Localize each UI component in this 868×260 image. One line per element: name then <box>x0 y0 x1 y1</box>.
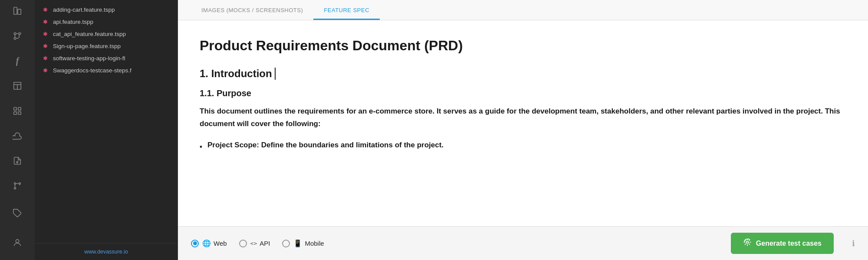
font-icon[interactable]: f <box>9 55 26 68</box>
branch-icon[interactable] <box>9 179 26 192</box>
file-tspp-icon: ✱ <box>42 18 49 26</box>
radio-option-web[interactable]: 🌐 Web <box>191 239 227 247</box>
generate-icon <box>743 238 752 249</box>
svg-text:✱: ✱ <box>43 6 48 13</box>
document-bullet: • Project Scope: Define the boundaries a… <box>200 141 846 151</box>
svg-text:✱: ✱ <box>43 31 48 37</box>
svg-point-2 <box>14 32 16 35</box>
list-item[interactable]: ✱ api.feature.tspp <box>35 16 178 28</box>
list-item[interactable]: ✱ adding-cart.feature.tspp <box>35 3 178 16</box>
grid-icon[interactable] <box>9 104 26 117</box>
generate-button-label: Generate test cases <box>756 240 822 247</box>
svg-point-18 <box>16 240 19 243</box>
svg-rect-10 <box>14 112 16 114</box>
list-item[interactable]: ✱ software-testing-app-login-fl <box>35 52 178 64</box>
profile-icon[interactable] <box>9 234 26 251</box>
tab-feature-spec[interactable]: FEATURE SPEC <box>313 0 380 20</box>
file-name: software-testing-app-login-fl <box>53 55 125 62</box>
svg-text:✱: ✱ <box>43 55 48 62</box>
tab-bar: IMAGES (MOCKS / SCREENSHOTS) FEATURE SPE… <box>178 0 868 20</box>
globe-icon: 🌐 <box>202 239 211 247</box>
file-tspp-icon: ✱ <box>42 42 49 50</box>
document-paragraph: This document outlines the requirements … <box>200 105 846 130</box>
file-name: Swaggerdocs-testcase-steps.f <box>53 67 132 74</box>
svg-text:✱: ✱ <box>43 19 48 25</box>
mobile-icon: 📱 <box>293 239 302 247</box>
file-tspp-icon: ✱ <box>42 30 49 38</box>
list-item[interactable]: ✱ Swaggerdocs-testcase-steps.f <box>35 64 178 76</box>
file-tspp-icon: ✱ <box>42 54 49 62</box>
file-name: adding-cart.feature.tspp <box>53 6 115 13</box>
file-tspp-icon: ✱ <box>42 6 49 13</box>
code-icon: <> <box>250 240 257 247</box>
list-item[interactable]: ✱ Sign-up-page.feature.tspp <box>35 40 178 52</box>
svg-rect-9 <box>18 107 21 110</box>
package-icon[interactable] <box>9 205 26 222</box>
radio-option-api[interactable]: <> API <box>239 240 270 247</box>
file-tspp-icon: ✱ <box>42 66 49 74</box>
source-control-icon[interactable] <box>9 29 26 42</box>
radio-circle-mobile <box>282 240 290 247</box>
svg-rect-8 <box>14 107 16 110</box>
radio-circle-web <box>191 240 199 247</box>
radio-circle-api <box>239 240 247 247</box>
activity-bar: f <box>0 0 35 260</box>
bullet-dot: • <box>200 143 202 151</box>
file-name: api.feature.tspp <box>53 19 93 25</box>
svg-text:✱: ✱ <box>43 67 48 74</box>
action-bar: 🌐 Web <> API 📱 Mobile <box>178 226 868 260</box>
svg-rect-0 <box>14 7 17 15</box>
layout-icon[interactable] <box>9 79 26 92</box>
radio-label-api: <> API <box>250 240 270 247</box>
document-h3: 1.1. Purpose <box>200 88 846 98</box>
file-explorer-icon[interactable] <box>9 4 26 17</box>
radio-label-web: 🌐 Web <box>202 239 227 247</box>
svg-rect-11 <box>18 112 21 114</box>
svg-text:✱: ✱ <box>43 43 48 49</box>
svg-point-13 <box>14 183 16 185</box>
generate-test-cases-button[interactable]: Generate test cases <box>731 233 834 254</box>
radio-option-mobile[interactable]: 📱 Mobile <box>282 239 324 247</box>
tab-images[interactable]: IMAGES (MOCKS / SCREENSHOTS) <box>191 0 313 20</box>
cursor <box>275 68 276 80</box>
file-list: ✱ adding-cart.feature.tspp ✱ api.feature… <box>35 0 178 243</box>
sidebar: ✱ adding-cart.feature.tspp ✱ api.feature… <box>35 0 178 260</box>
svg-point-4 <box>14 37 16 39</box>
document-h2: 1. Introduction <box>200 68 846 80</box>
document-title: Product Requirements Document (PRD) <box>200 38 846 54</box>
svg-point-15 <box>14 188 16 189</box>
svg-point-25 <box>746 241 748 244</box>
import-icon[interactable] <box>9 155 26 168</box>
activity-bar-bottom <box>9 205 26 260</box>
doc-content: Product Requirements Document (PRD) 1. I… <box>178 20 868 226</box>
file-name: cat_api_feature.feature.tspp <box>53 31 126 37</box>
svg-point-3 <box>19 32 21 35</box>
radio-group: 🌐 Web <> API 📱 Mobile <box>191 239 324 247</box>
svg-rect-1 <box>18 9 21 14</box>
file-name: Sign-up-page.feature.tspp <box>53 43 121 49</box>
info-icon[interactable]: ℹ <box>852 239 855 248</box>
radio-label-mobile: 📱 Mobile <box>293 239 324 247</box>
list-item[interactable]: ✱ cat_api_feature.feature.tspp <box>35 28 178 40</box>
devassure-link[interactable]: www.devassure.io <box>84 249 128 255</box>
sidebar-bottom: www.devassure.io <box>35 243 178 260</box>
cloud-icon[interactable] <box>9 130 26 143</box>
main-content: IMAGES (MOCKS / SCREENSHOTS) FEATURE SPE… <box>178 0 868 260</box>
